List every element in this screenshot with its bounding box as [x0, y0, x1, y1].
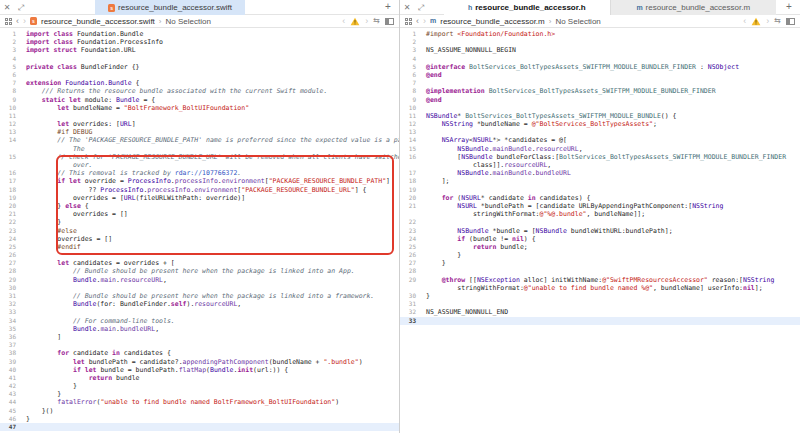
code-line[interactable]: 37	[0, 341, 399, 349]
focus-mode-icon[interactable]: ⤢	[14, 0, 28, 15]
add-tab-button[interactable]: +	[381, 0, 395, 15]
code-line[interactable]: 10 let bundleName = "BoltFramework_BoltU…	[0, 104, 399, 112]
breadcrumb-file[interactable]: resource_bundle_accessor.m	[440, 17, 545, 26]
code-line[interactable]: 7	[400, 79, 800, 87]
code-line[interactable]: 5@interface BoltServices_BoltTypesAssets…	[400, 63, 800, 71]
next-issue-icon[interactable]: ›	[365, 16, 368, 26]
related-items-icon[interactable]	[5, 18, 12, 25]
code-line[interactable]: 17 NSBundle.mainBundle.bundleURL	[400, 169, 800, 177]
code-line[interactable]: 23 NSBundle *bundle = [NSBundle bundleWi…	[400, 227, 800, 235]
previous-issue-icon[interactable]: ‹	[342, 16, 345, 26]
code-line[interactable]: 1import class Foundation.Bundle	[0, 30, 399, 38]
code-line[interactable]: 31 // Bundle should be present here when…	[0, 292, 399, 300]
code-line[interactable]: 32 Bundle(for: BundleFinder.self).resour…	[0, 300, 399, 308]
code-line[interactable]: 3NS_ASSUME_NONNULL_BEGIN	[400, 46, 800, 54]
code-line[interactable]: 33	[400, 317, 800, 325]
code-line[interactable]: 17 if let override = ProcessInfo.process…	[0, 177, 399, 185]
next-issue-icon[interactable]: ›	[766, 16, 769, 26]
code-line[interactable]: 24 if (bundle != nil) {	[400, 235, 800, 243]
code-line[interactable]: 36 ]	[0, 333, 399, 341]
code-line[interactable]: 7extension Foundation.Bundle {	[0, 79, 399, 87]
back-button[interactable]: ‹	[16, 16, 19, 26]
breadcrumb-file[interactable]: resource_bundle_accessor.swift	[41, 17, 155, 26]
right-code-editor[interactable]: 1#import <Foundation/Foundation.h>23NS_A…	[400, 28, 800, 433]
code-line[interactable]: 15 NSBundle.mainBundle.resourceURL,	[400, 145, 800, 153]
code-line[interactable]: 1#import <Foundation/Foundation.h>	[400, 30, 800, 38]
tab-resource-bundle-accessor-swift[interactable]: s resource_bundle_accessor.swift	[95, 0, 245, 15]
code-line[interactable]: 29 Bundle.main.resourceURL,	[0, 276, 399, 284]
code-line[interactable]: 30}	[400, 292, 800, 300]
code-line[interactable]: 41 return bundle	[0, 374, 399, 382]
code-line[interactable]: 27 let candidates = overrides + [	[0, 259, 399, 267]
code-line[interactable]: 5private class BundleFinder {}	[0, 63, 399, 71]
code-line[interactable]: 40 if let bundle = bundlePath.flatMap(Bu…	[0, 366, 399, 374]
code-line[interactable]: 42 }	[0, 382, 399, 390]
code-line[interactable]: 3import struct Foundation.URL	[0, 46, 399, 54]
warning-icon[interactable]	[350, 17, 360, 26]
breadcrumb-selection[interactable]: No Selection	[166, 17, 211, 26]
code-line[interactable]: 6@end	[400, 71, 800, 79]
code-line[interactable]: 19	[400, 186, 800, 194]
code-line[interactable]: 18 ?? ProcessInfo.processInfo.environmen…	[0, 186, 399, 194]
add-tab-button[interactable]: +	[782, 0, 796, 15]
code-line[interactable]: 32NS_ASSUME_NONNULL_END	[400, 308, 800, 316]
code-line[interactable]: 24 overrides = []	[0, 235, 399, 243]
code-line[interactable]: 44 fatalError("unable to find bundle nam…	[0, 398, 399, 406]
code-line[interactable]: The	[0, 145, 399, 153]
code-line[interactable]: 4	[400, 55, 800, 63]
code-review-icon[interactable]: ⇆	[373, 15, 380, 27]
code-line[interactable]: 38 for candidate in candidates {	[0, 349, 399, 357]
code-line[interactable]: 34 // For command-line tools.	[0, 317, 399, 325]
code-line[interactable]: 9 static let module: Bundle = {	[0, 96, 399, 104]
code-line[interactable]: 4	[0, 55, 399, 63]
code-line[interactable]: 9@end	[400, 96, 800, 104]
code-line[interactable]: 28 // Bundle should be present here when…	[0, 267, 399, 275]
code-line[interactable]: 25 #endif	[0, 243, 399, 251]
code-line[interactable]: 26	[0, 251, 399, 259]
tab-resource-bundle-accessor-h[interactable]: h resource_bundle_accessor.h	[444, 0, 610, 15]
code-line[interactable]: 27 }	[400, 259, 800, 267]
code-line[interactable]: 6	[0, 71, 399, 79]
code-line[interactable]: 16 // This removal is tracked by rdar://…	[0, 169, 399, 177]
forward-button[interactable]: ›	[423, 16, 426, 26]
code-line[interactable]: 22 }	[0, 218, 399, 226]
code-line[interactable]: 22	[400, 218, 800, 226]
code-line[interactable]: 21 overrides = []	[0, 210, 399, 218]
code-line[interactable]: over.	[0, 161, 399, 169]
code-line[interactable]: 16 [NSBundle bundleForClass:[BoltService…	[400, 153, 800, 161]
code-line[interactable]: 31	[400, 300, 800, 308]
code-line[interactable]: 11	[0, 112, 399, 120]
code-line[interactable]: 11NSBundle* BoltServices_BoltTypesAssets…	[400, 112, 800, 120]
code-line[interactable]: 28	[400, 267, 800, 275]
code-line[interactable]: 19 overrides = [URL(fileURLWithPath: ove…	[0, 194, 399, 202]
forward-button[interactable]: ›	[23, 16, 26, 26]
code-line[interactable]: 39 let bundlePath = candidate?.appending…	[0, 358, 399, 366]
code-review-icon[interactable]: ⇆	[774, 15, 781, 27]
code-line[interactable]: 47	[0, 423, 399, 431]
code-line[interactable]: 12 NSString *bundleName = @"BoltServices…	[400, 120, 800, 128]
back-button[interactable]: ‹	[416, 16, 419, 26]
previous-issue-icon[interactable]: ‹	[743, 16, 746, 26]
warning-icon[interactable]	[751, 17, 761, 26]
code-line[interactable]: 12 let overrides: [URL]	[0, 120, 399, 128]
code-line[interactable]: 13 #if DEBUG	[0, 128, 399, 136]
code-line[interactable]: 46}	[0, 415, 399, 423]
code-line[interactable]: 10	[400, 104, 800, 112]
code-line[interactable]: 26 }	[400, 251, 800, 259]
code-line[interactable]: 23 #else	[0, 227, 399, 235]
code-line[interactable]: 14 // The 'PACKAGE_RESOURCE_BUNDLE_PATH'…	[0, 136, 399, 144]
code-line[interactable]: 2import class Foundation.ProcessInfo	[0, 38, 399, 46]
code-line[interactable]: 13	[400, 128, 800, 136]
code-line[interactable]: 25 return bundle;	[400, 243, 800, 251]
code-line[interactable]: 43 }	[0, 390, 399, 398]
editor-options-icon[interactable]	[385, 18, 394, 25]
focus-mode-icon[interactable]: ⤢	[414, 0, 428, 15]
code-line[interactable]: class]].resourceURL,	[400, 161, 800, 169]
code-line[interactable]: 29 @throw [[NSException alloc] initWithN…	[400, 276, 800, 284]
code-line[interactable]: 15 // check for 'PACKAGE_RESOURCE_BUNDLE…	[0, 153, 399, 161]
close-split-icon[interactable]: ✕	[400, 0, 414, 15]
code-line[interactable]: 30	[0, 284, 399, 292]
code-line[interactable]: 45 }()	[0, 407, 399, 415]
code-line[interactable]: 20 } else {	[0, 202, 399, 210]
editor-options-icon[interactable]	[786, 18, 795, 25]
